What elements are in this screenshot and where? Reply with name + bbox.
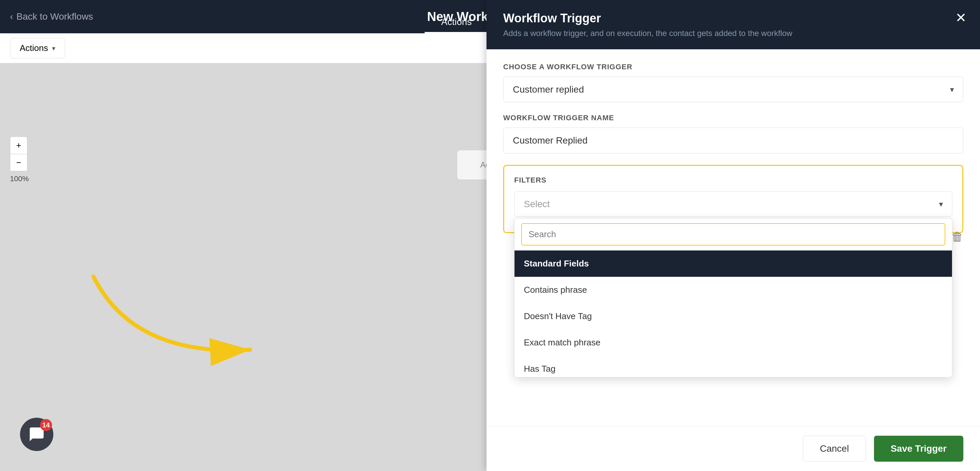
- back-link-text: Back to Workflows: [16, 11, 93, 22]
- dropdown-item-has-tag[interactable]: Has Tag: [514, 356, 952, 377]
- chat-badge: 14: [40, 419, 52, 431]
- filter-select-wrapper: Select ▾ Standard Fields Contains phrase: [514, 191, 952, 217]
- trigger-select[interactable]: Customer replied: [503, 77, 963, 102]
- zoom-level: 100%: [10, 174, 29, 183]
- dropdown-item-exact-match-phrase[interactable]: Exact match phrase: [514, 330, 952, 356]
- cancel-button[interactable]: Cancel: [803, 436, 866, 461]
- dropdown-item-standard-fields[interactable]: Standard Fields: [514, 251, 952, 277]
- panel-subtitle: Adds a workflow trigger, and on executio…: [503, 29, 963, 38]
- panel-close-button[interactable]: ✕: [955, 10, 967, 25]
- panel-header: Workflow Trigger Adds a workflow trigger…: [487, 0, 980, 49]
- filters-section: FILTERS Select ▾ Standard Fields: [503, 165, 963, 233]
- zoom-controls: + − 100%: [10, 136, 29, 183]
- dropdown-item-has-tag-label: Has Tag: [524, 364, 555, 374]
- dropdown-search-input[interactable]: [521, 223, 945, 246]
- trigger-section-label: CHOOSE A WORKFLOW TRIGGER: [503, 63, 963, 71]
- save-trigger-button[interactable]: Save Trigger: [874, 436, 963, 461]
- dropdown-item-contains-phrase-label: Contains phrase: [524, 285, 587, 295]
- trigger-select-wrapper: Customer replied ▾: [503, 77, 963, 102]
- back-arrow-icon: ‹: [10, 11, 13, 22]
- actions-label: Actions: [20, 43, 48, 53]
- tab-actions[interactable]: Actions: [425, 12, 488, 33]
- chat-bubble[interactable]: 14: [20, 418, 53, 451]
- name-section-label: WORKFLOW TRIGGER NAME: [503, 114, 963, 122]
- zoom-in-button[interactable]: +: [10, 136, 27, 154]
- filters-title: FILTERS: [514, 176, 952, 184]
- panel-footer: Cancel Save Trigger: [487, 426, 980, 471]
- filter-select[interactable]: Select: [514, 191, 952, 217]
- dropdown-search-container: [514, 219, 952, 251]
- dropdown-item-standard-fields-label: Standard Fields: [524, 258, 589, 268]
- actions-button[interactable]: Actions ▾: [10, 38, 65, 58]
- panel-body: CHOOSE A WORKFLOW TRIGGER Customer repli…: [487, 49, 980, 426]
- dropdown-item-doesnt-have-tag[interactable]: Doesn't Have Tag: [514, 303, 952, 330]
- dropdown-list: Standard Fields Contains phrase Doesn't …: [514, 251, 952, 377]
- dropdown-item-contains-phrase[interactable]: Contains phrase: [514, 277, 952, 303]
- dropdown-item-doesnt-have-tag-label: Doesn't Have Tag: [524, 311, 592, 321]
- right-panel: Workflow Trigger Adds a workflow trigger…: [487, 0, 980, 471]
- filter-dropdown-popup: Standard Fields Contains phrase Doesn't …: [514, 218, 952, 377]
- trigger-name-input[interactable]: [503, 128, 963, 154]
- arrow-annotation: [67, 257, 293, 390]
- delete-button[interactable]: 🗑: [951, 230, 963, 244]
- panel-title: Workflow Trigger: [503, 11, 963, 25]
- back-link[interactable]: ‹ Back to Workflows: [10, 11, 93, 22]
- zoom-out-button[interactable]: −: [10, 154, 27, 171]
- chevron-down-icon: ▾: [52, 44, 55, 52]
- dropdown-item-exact-match-phrase-label: Exact match phrase: [524, 338, 601, 347]
